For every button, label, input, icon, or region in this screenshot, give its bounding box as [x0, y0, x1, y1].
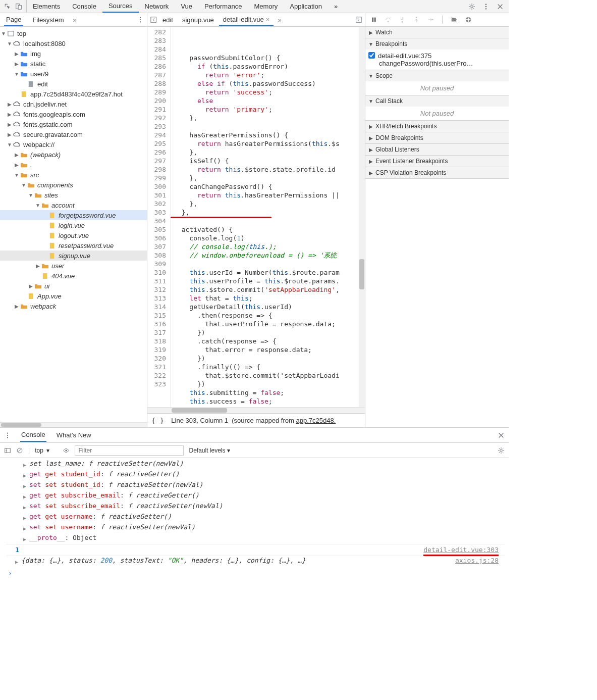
tree-folder-components[interactable]: ▼components	[0, 180, 147, 190]
editor-hscroll[interactable]	[147, 407, 365, 413]
step-into-icon[interactable]	[399, 16, 406, 23]
section-watch[interactable]: ▶Watch	[365, 27, 509, 38]
console-line[interactable]: set set student_id: f reactiveSetter(new…	[29, 480, 203, 489]
close-tab-icon[interactable]: ×	[266, 16, 270, 23]
pause-icon[interactable]	[370, 16, 377, 23]
code-content[interactable]: passwordSubmitColor() { if (this.passwor…	[171, 27, 365, 407]
tree-file-404[interactable]: 404.vue	[0, 271, 147, 281]
step-out-icon[interactable]	[413, 16, 420, 23]
tree-googleapis[interactable]: ▶fonts.googleapis.com	[0, 109, 147, 119]
console-prompt[interactable]: ›	[6, 567, 505, 578]
console-line[interactable]: get get student_id: f reactiveGetter()	[29, 470, 179, 479]
gear-icon[interactable]	[498, 447, 505, 454]
nav-prev-icon[interactable]	[150, 16, 157, 23]
console-line[interactable]: get get subscribe_email: f reactiveGette…	[29, 491, 199, 500]
close-icon[interactable]	[497, 3, 504, 10]
kebab-icon[interactable]	[482, 3, 490, 10]
tree-localhost[interactable]: ▼localhost:8080	[0, 38, 147, 48]
tree-file-signup[interactable]: signup.vue	[0, 251, 147, 261]
tree-top[interactable]: ▼top	[0, 28, 147, 38]
kebab-icon[interactable]	[4, 432, 11, 439]
tree-gstatic[interactable]: ▶fonts.gstatic.com	[0, 119, 147, 129]
tab-performance[interactable]: Performance	[198, 0, 248, 13]
tree-file-login[interactable]: login.vue	[0, 220, 147, 230]
sidebar-hscroll[interactable]	[0, 422, 147, 427]
tab-sources[interactable]: Sources	[102, 0, 139, 13]
tab-elements[interactable]: Elements	[27, 0, 66, 13]
pause-exception-icon[interactable]	[465, 16, 472, 23]
tree-folder-static[interactable]: ▶static	[0, 59, 147, 69]
tree-folder-wp1[interactable]: ▶(webpack)	[0, 149, 147, 160]
tree-webpack[interactable]: ▼webpack://	[0, 139, 147, 149]
step-over-icon[interactable]	[385, 16, 392, 23]
sidebar-tab-page[interactable]: Page	[4, 14, 23, 26]
tree-folder-account[interactable]: ▼account	[0, 200, 147, 210]
tree-file-reset[interactable]: resetpassword.vue	[0, 240, 147, 251]
deactivate-bp-icon[interactable]	[451, 16, 458, 23]
tree-folder-ui[interactable]: ▶ui	[0, 281, 147, 291]
editor-tab-detail[interactable]: detail-edit.vue×	[219, 14, 274, 26]
section-csp[interactable]: ▶CSP Violation Breakpoints	[365, 167, 509, 178]
close-icon[interactable]	[498, 432, 505, 439]
log-level-selector[interactable]: Default levels ▾	[189, 447, 230, 454]
drawer-tab-whatsnew[interactable]: What's New	[56, 429, 92, 441]
console-sidebar-icon[interactable]	[4, 447, 11, 454]
nav-next-icon[interactable]	[355, 16, 362, 23]
more-tabs-icon[interactable]: »	[328, 0, 344, 13]
tab-vue[interactable]: Vue	[175, 0, 198, 13]
editor-tab-signup[interactable]: signup.vue	[178, 15, 218, 25]
breakpoint-item[interactable]: detail-edit.vue:375 changePassword(this.…	[367, 51, 507, 68]
section-dom[interactable]: ▶DOM Breakpoints	[365, 132, 509, 143]
tab-application[interactable]: Application	[284, 0, 328, 13]
console-output[interactable]: ▶set last_name: f reactiveSetter(newVal)…	[0, 458, 509, 578]
console-line[interactable]: set set username: f reactiveSetter(newVa…	[29, 523, 195, 532]
pretty-print-icon[interactable]: { }	[151, 417, 164, 425]
console-line[interactable]: get get username: f reactiveGetter()	[29, 512, 172, 521]
section-evt[interactable]: ▶Event Listener Breakpoints	[365, 156, 509, 167]
clear-console-icon[interactable]	[16, 447, 23, 454]
tree-file-edit[interactable]: edit	[0, 79, 147, 89]
tree-folder-sites[interactable]: ▼sites	[0, 190, 147, 200]
source-link[interactable]: axios.js:28	[455, 556, 499, 565]
tree-gravatar[interactable]: ▶secure.gravatar.com	[0, 129, 147, 139]
console-line[interactable]: set last_name: f reactiveSetter(newVal)	[29, 459, 183, 468]
more-tabs-icon[interactable]: »	[275, 16, 284, 24]
gear-icon[interactable]	[468, 3, 475, 10]
console-object[interactable]: ▶ {data: {…}, status: 200, statusText: "…	[6, 556, 505, 567]
sidebar-tab-filesystem[interactable]: Filesystem	[30, 14, 66, 26]
tab-network[interactable]: Network	[139, 0, 175, 13]
console-line[interactable]: set set subscribe_email: f reactiveSette…	[29, 502, 223, 511]
tab-console[interactable]: Console	[66, 0, 102, 13]
tree-folder-src[interactable]: ▼src	[0, 170, 147, 180]
tree-file-appvue[interactable]: App.vue	[0, 291, 147, 301]
sourcemap-link[interactable]: app.7c25d48.	[296, 417, 336, 424]
section-callstack[interactable]: ▼Call Stack	[365, 95, 509, 107]
tab-memory[interactable]: Memory	[248, 0, 284, 13]
editor-vscroll[interactable]	[359, 27, 365, 407]
section-xhr[interactable]: ▶XHR/fetch Breakpoints	[365, 121, 509, 132]
section-breakpoints[interactable]: ▼Breakpoints	[365, 38, 509, 49]
tree-file-logout[interactable]: logout.vue	[0, 230, 147, 240]
editor-tab-edit[interactable]: edit	[158, 15, 177, 25]
section-global[interactable]: ▶Global Listeners	[365, 144, 509, 155]
tree-folder-img[interactable]: ▶img	[0, 48, 147, 59]
eye-icon[interactable]	[63, 447, 70, 454]
tree-cdn[interactable]: ▶cdn.jsdelivr.net	[0, 99, 147, 109]
kebab-icon[interactable]	[137, 16, 144, 23]
drawer-tab-console[interactable]: Console	[20, 428, 46, 442]
code-editor[interactable]: 2822832842852862872882892902912922932942…	[147, 27, 365, 407]
section-scope[interactable]: ▼Scope	[365, 70, 509, 81]
inspect-icon[interactable]	[4, 3, 11, 10]
tree-folder-user[interactable]: ▶user	[0, 261, 147, 271]
console-log-1[interactable]: 1 detail-edit.vue:303	[6, 544, 505, 556]
tree-file-appjs[interactable]: app.7c25d483f4c402e9f2a7.hot	[0, 89, 147, 99]
console-line[interactable]: __proto__: Object	[29, 533, 96, 542]
breakpoint-checkbox[interactable]	[368, 52, 375, 59]
tree-folder-dot[interactable]: ▶.	[0, 160, 147, 170]
tree-folder-user9[interactable]: ▼user/9	[0, 69, 147, 79]
source-link[interactable]: detail-edit.vue:303	[423, 545, 499, 556]
device-icon[interactable]	[15, 3, 22, 10]
step-icon[interactable]	[427, 16, 434, 23]
more-tabs-icon[interactable]: »	[73, 16, 77, 24]
context-selector[interactable]: top ▾	[35, 447, 49, 454]
